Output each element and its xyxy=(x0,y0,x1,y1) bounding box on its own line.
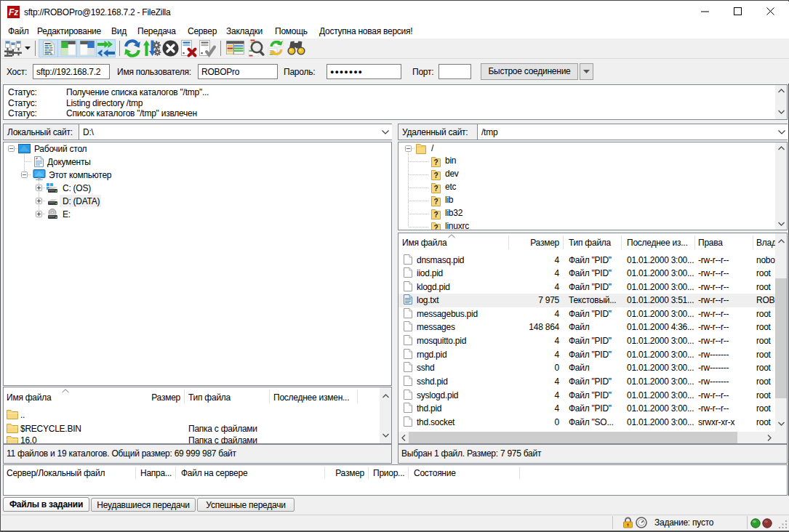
svg-text:?: ? xyxy=(434,224,438,230)
svg-text:?: ? xyxy=(434,198,438,206)
svg-text:?: ? xyxy=(434,185,438,193)
svg-text:?: ? xyxy=(434,211,438,219)
svg-text:Fz: Fz xyxy=(9,7,18,17)
svg-text:?: ? xyxy=(434,172,438,180)
svg-text:?: ? xyxy=(434,158,438,166)
